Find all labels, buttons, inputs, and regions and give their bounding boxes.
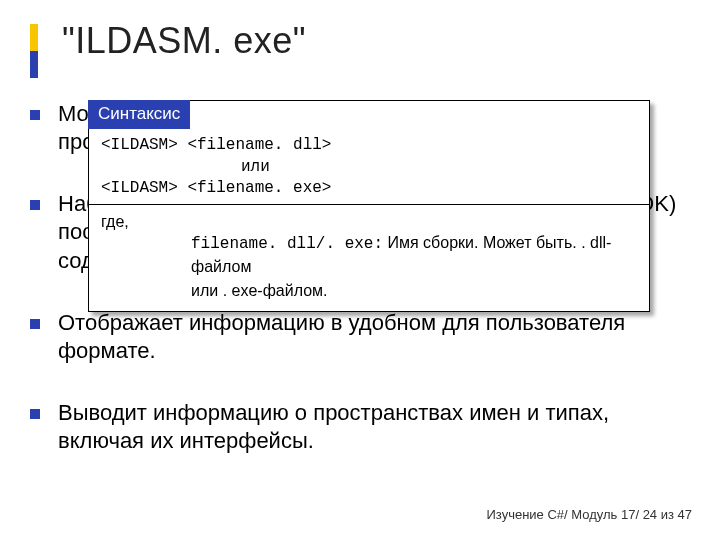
title-accent-bar (30, 24, 38, 78)
bullet-marker-icon (30, 319, 40, 329)
slide: "ILDASM. exe" Модуль — файл, содержащий … (0, 0, 720, 540)
syntax-desc-line2: или . exe-файлом. (101, 280, 637, 302)
syntax-callout: Синтаксис <ILDASM> <filename. dll> или <… (88, 100, 650, 312)
slide-footer: Изучение C#/ Модуль 17/ 24 из 47 (486, 507, 692, 522)
slide-title: "ILDASM. exe" (62, 20, 306, 62)
title-area: "ILDASM. exe" (30, 20, 306, 78)
bullet-text: Отображает информацию в удобном для поль… (58, 309, 690, 365)
callout-header: Синтаксис (88, 100, 190, 129)
syntax-or: или (101, 157, 637, 179)
syntax-where: где, (101, 211, 637, 233)
bullet-marker-icon (30, 200, 40, 210)
bullet-marker-icon (30, 110, 40, 120)
callout-body: <ILDASM> <filename. dll> или <ILDASM> <f… (89, 129, 649, 311)
callout-divider (89, 204, 649, 205)
syntax-line: <ILDASM> <filename. dll> (101, 135, 637, 157)
bullet-text: Выводит информацию о пространствах имен … (58, 399, 690, 455)
syntax-line: <ILDASM> <filename. exe> (101, 178, 637, 200)
bullet-item: Отображает информацию в удобном для поль… (30, 309, 690, 365)
bullet-item: Выводит информацию о пространствах имен … (30, 399, 690, 455)
syntax-desc: filename. dll/. exe: Имя сборки. Может б… (101, 232, 637, 279)
syntax-desc-prefix: filename. dll/. exe: (191, 235, 383, 253)
bullet-marker-icon (30, 409, 40, 419)
